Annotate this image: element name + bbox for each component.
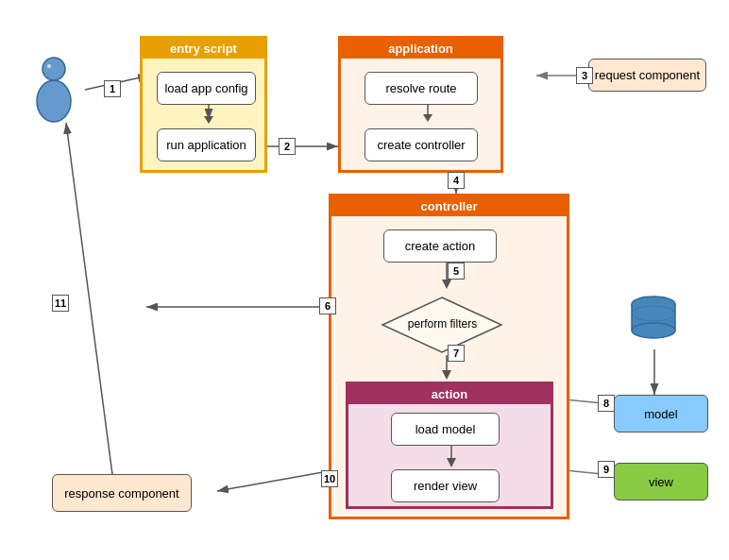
entry-script-title: entry script bbox=[143, 39, 264, 59]
svg-line-13 bbox=[66, 123, 113, 482]
action-section: action load model render view bbox=[346, 382, 553, 509]
controller-title: controller bbox=[331, 196, 567, 216]
svg-marker-32 bbox=[442, 370, 451, 380]
response-component-box: response component bbox=[52, 474, 192, 512]
svg-point-17 bbox=[47, 64, 51, 68]
svg-point-15 bbox=[42, 58, 65, 80]
create-controller-box: create controller bbox=[364, 128, 478, 161]
arrow-label-10: 10 bbox=[321, 470, 338, 487]
resolve-route-box: resolve route bbox=[364, 72, 478, 105]
svg-marker-25 bbox=[204, 116, 213, 124]
user-icon bbox=[28, 52, 80, 127]
arrow-label-1: 1 bbox=[104, 80, 121, 97]
svg-marker-34 bbox=[447, 458, 456, 467]
load-app-config-box: load app config bbox=[157, 72, 256, 105]
create-action-box: create action bbox=[383, 229, 497, 263]
model-box: model bbox=[614, 395, 708, 433]
arrow-label-3: 3 bbox=[576, 67, 593, 84]
arrow-label-5: 5 bbox=[448, 263, 465, 280]
application-title: application bbox=[341, 39, 500, 59]
diagram: entry script load app config run applica… bbox=[0, 0, 729, 560]
arrow-label-9: 9 bbox=[598, 461, 615, 478]
action-title: action bbox=[348, 384, 551, 404]
view-box: view bbox=[614, 463, 708, 501]
entry-script-section: entry script load app config run applica… bbox=[140, 36, 267, 173]
arrow-label-4: 4 bbox=[448, 172, 465, 189]
application-section: application resolve route create control… bbox=[338, 36, 503, 173]
arrow-label-11: 11 bbox=[52, 295, 69, 312]
svg-marker-29 bbox=[442, 280, 451, 289]
render-view-box: render view bbox=[391, 469, 500, 502]
database-icon bbox=[628, 293, 680, 345]
svg-marker-27 bbox=[423, 114, 432, 122]
perform-filters-text: perform filters bbox=[408, 317, 477, 331]
arrow-label-8: 8 bbox=[598, 395, 615, 412]
svg-point-20 bbox=[632, 323, 675, 338]
arrow-label-2: 2 bbox=[279, 138, 296, 155]
request-component-box: request component bbox=[588, 59, 706, 92]
run-application-box: run application bbox=[157, 128, 256, 161]
arrow-label-6: 6 bbox=[319, 297, 336, 314]
load-model-box: load model bbox=[391, 413, 500, 446]
arrow-label-7: 7 bbox=[448, 345, 465, 362]
svg-point-16 bbox=[37, 80, 71, 122]
